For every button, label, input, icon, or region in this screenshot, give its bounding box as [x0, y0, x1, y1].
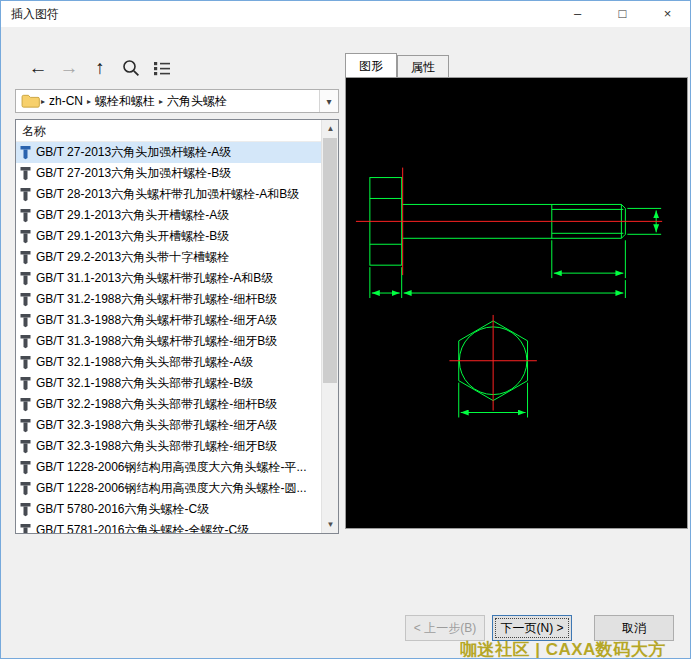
bolt-drawing: [346, 78, 687, 528]
bolt-icon: [19, 166, 32, 181]
chevron-down-icon: ▾: [326, 96, 331, 107]
list-item-label: GB/T 32.1-1988六角头头部带孔螺栓-A级: [36, 354, 253, 371]
list-item-label: GB/T 31.1-2013六角头螺杆带孔螺栓-A和B级: [36, 270, 273, 287]
list-header-label: 名称: [22, 124, 46, 138]
list-item-label: GB/T 29.2-2013六角头带十字槽螺栓: [36, 249, 229, 266]
list-item-label: GB/T 31.2-1988六角头螺杆带孔螺栓-细杆B级: [36, 291, 277, 308]
bolt-icon: [19, 229, 32, 244]
list-item-label: GB/T 31.3-1988六角头螺杆带孔螺栓-细牙A级: [36, 312, 277, 329]
scroll-up-icon[interactable]: ▲: [322, 120, 339, 137]
list-item-label: GB/T 29.1-2013六角头开槽螺栓-A级: [36, 207, 229, 224]
breadcrumb-item-category[interactable]: 螺栓和螺柱: [92, 93, 158, 110]
minimize-button[interactable]: –: [555, 1, 600, 27]
breadcrumb-item-root[interactable]: zh-CN: [46, 94, 86, 108]
bolt-icon: [19, 208, 32, 223]
breadcrumb: ▸ zh-CN ▸ 螺栓和螺柱 ▸ 六角头螺栓 ▾: [15, 89, 339, 113]
navigation-toolbar: ← → ↑: [27, 53, 173, 83]
list-item[interactable]: GB/T 1228-2006钢结构用高强度大六角头螺栓-平...: [16, 457, 321, 478]
list-item-label: GB/T 28-2013六角头螺杆带孔加强杆螺栓-A和B级: [36, 186, 299, 203]
window-title: 插入图符: [11, 1, 59, 27]
symbol-list-panel: 名称 GB/T 27-2013六角头加强杆螺栓-A级 GB/T 27-2013六…: [15, 119, 339, 534]
back-button[interactable]: ←: [27, 54, 49, 82]
bolt-icon: [19, 334, 32, 349]
list-item-label: GB/T 5780-2016六角头螺栓-C级: [36, 501, 209, 518]
list-item-label: GB/T 5781-2016六角头螺栓-全螺纹-C级: [36, 522, 249, 533]
bolt-icon: [19, 187, 32, 202]
bolt-icon: [19, 397, 32, 412]
bolt-icon: [19, 439, 32, 454]
list-item[interactable]: GB/T 32.3-1988六角头头部带孔螺栓-细牙A级: [16, 415, 321, 436]
list-item-label: GB/T 31.3-1988六角头螺杆带孔螺栓-细牙B级: [36, 333, 277, 350]
list-item-label: GB/T 27-2013六角头加强杆螺栓-B级: [36, 165, 231, 182]
bolt-icon: [19, 271, 32, 286]
list-item[interactable]: GB/T 29.1-2013六角头开槽螺栓-B级: [16, 226, 321, 247]
breadcrumb-dropdown-button[interactable]: ▾: [319, 90, 338, 112]
list-item-label: GB/T 29.1-2013六角头开槽螺栓-B级: [36, 228, 229, 245]
folder-icon: [21, 94, 40, 109]
preview-canvas: [345, 77, 688, 529]
list-item-label: GB/T 1228-2006钢结构用高强度大六角头螺栓-圆...: [36, 480, 307, 497]
details-view-icon: [152, 59, 172, 77]
bolt-icon: [19, 460, 32, 475]
scrollbar-thumb[interactable]: [323, 138, 337, 383]
view-options-button[interactable]: [151, 54, 173, 82]
watermark: 咖迷社区 | CAXA数码大方: [460, 638, 666, 659]
bolt-icon: [19, 355, 32, 370]
list-item[interactable]: GB/T 32.1-1988六角头头部带孔螺栓-B级: [16, 373, 321, 394]
bolt-icon: [19, 502, 32, 517]
list-item[interactable]: GB/T 29.1-2013六角头开槽螺栓-A级: [16, 205, 321, 226]
list-item[interactable]: GB/T 5780-2016六角头螺栓-C级: [16, 499, 321, 520]
list-header-column[interactable]: 名称: [16, 120, 321, 142]
bolt-icon: [19, 292, 32, 307]
bolt-icon: [19, 418, 32, 433]
list-item-label: GB/T 32.3-1988六角头头部带孔螺栓-细牙B级: [36, 438, 277, 455]
list-item-label: GB/T 27-2013六角头加强杆螺栓-A级: [36, 144, 231, 161]
list-item[interactable]: GB/T 27-2013六角头加强杆螺栓-A级: [16, 142, 321, 163]
list-item[interactable]: GB/T 29.2-2013六角头带十字槽螺栓: [16, 247, 321, 268]
breadcrumb-item-current[interactable]: 六角头螺栓: [164, 93, 230, 110]
list-item-label: GB/T 32.3-1988六角头头部带孔螺栓-细牙A级: [36, 417, 277, 434]
list-scrollbar[interactable]: ▲ ▼: [321, 120, 338, 533]
bolt-icon: [19, 481, 32, 496]
list-item[interactable]: GB/T 31.3-1988六角头螺杆带孔螺栓-细牙A级: [16, 310, 321, 331]
preview-tabstrip: 图形 属性: [345, 53, 449, 77]
list-item-label: GB/T 1228-2006钢结构用高强度大六角头螺栓-平...: [36, 459, 307, 476]
list-item[interactable]: GB/T 27-2013六角头加强杆螺栓-B级: [16, 163, 321, 184]
bolt-icon: [19, 145, 32, 160]
search-button[interactable]: [120, 54, 142, 82]
forward-button[interactable]: →: [58, 54, 80, 82]
search-icon: [121, 58, 141, 78]
close-button[interactable]: ×: [645, 1, 690, 27]
list-item[interactable]: GB/T 28-2013六角头螺杆带孔加强杆螺栓-A和B级: [16, 184, 321, 205]
tab-properties[interactable]: 属性: [397, 55, 449, 77]
window-controls: – □ ×: [555, 1, 690, 27]
tab-graphic[interactable]: 图形: [345, 53, 397, 77]
list-item[interactable]: GB/T 5781-2016六角头螺栓-全螺纹-C级: [16, 520, 321, 533]
maximize-button[interactable]: □: [600, 1, 645, 27]
insert-symbol-dialog: 插入图符 – □ × ← → ↑: [0, 0, 691, 659]
titlebar: 插入图符 – □ ×: [1, 1, 690, 27]
bolt-icon: [19, 376, 32, 391]
bolt-icon: [19, 250, 32, 265]
list-item[interactable]: GB/T 32.2-1988六角头头部带孔螺栓-细杆B级: [16, 394, 321, 415]
list-item[interactable]: GB/T 32.3-1988六角头头部带孔螺栓-细牙B级: [16, 436, 321, 457]
list-item[interactable]: GB/T 1228-2006钢结构用高强度大六角头螺栓-圆...: [16, 478, 321, 499]
file-list: GB/T 27-2013六角头加强杆螺栓-A级 GB/T 27-2013六角头加…: [16, 142, 321, 533]
scroll-down-icon[interactable]: ▼: [322, 516, 339, 533]
bolt-icon: [19, 523, 32, 533]
list-item-label: GB/T 32.2-1988六角头头部带孔螺栓-细杆B级: [36, 396, 277, 413]
up-button[interactable]: ↑: [89, 54, 111, 82]
list-item-label: GB/T 32.1-1988六角头头部带孔螺栓-B级: [36, 375, 253, 392]
list-item[interactable]: GB/T 31.2-1988六角头螺杆带孔螺栓-细杆B级: [16, 289, 321, 310]
bolt-icon: [19, 313, 32, 328]
list-item[interactable]: GB/T 31.3-1988六角头螺杆带孔螺栓-细牙B级: [16, 331, 321, 352]
list-item[interactable]: GB/T 31.1-2013六角头螺杆带孔螺栓-A和B级: [16, 268, 321, 289]
list-item[interactable]: GB/T 32.1-1988六角头头部带孔螺栓-A级: [16, 352, 321, 373]
